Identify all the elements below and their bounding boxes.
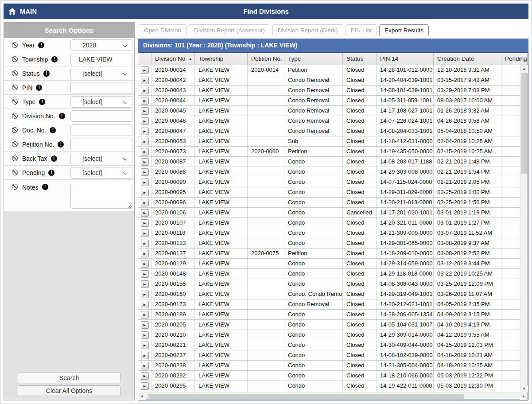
table-row[interactable]: ▶2020-00155LAKE VIEWCondoClosed14-08-308… xyxy=(138,279,520,289)
info-icon[interactable]: ! xyxy=(51,56,58,62)
township-input[interactable] xyxy=(70,54,132,65)
main-nav-link[interactable]: MAIN xyxy=(8,8,37,15)
table-row[interactable]: ▶2020-00237LAKE VIEWCondoClosed14-08-102… xyxy=(138,350,520,361)
expand-row-button[interactable]: ▶ xyxy=(141,158,149,166)
table-row[interactable]: ▶2020-00047LAKE VIEWCondo RemovalClosed1… xyxy=(138,126,520,136)
division-report-assessor-button[interactable]: Division Report (Assessor) xyxy=(189,24,270,36)
petition-no-input[interactable] xyxy=(70,139,132,150)
table-row[interactable]: ▶2020-00090LAKE VIEWCondoClosed14-07-115… xyxy=(138,177,520,187)
expand-row-button[interactable]: ▶ xyxy=(141,352,149,359)
expand-row-button[interactable]: ▶ xyxy=(141,270,149,278)
expand-row-button[interactable]: ▶ xyxy=(141,189,149,196)
table-row[interactable]: ▶2020-00123LAKE VIEWCondoClosed14-29-301… xyxy=(138,238,520,249)
table-row[interactable]: ▶2020-00096LAKE VIEWCondoClosed14-20-211… xyxy=(138,198,520,208)
column-header-pending[interactable]: Pending xyxy=(501,53,528,65)
info-icon[interactable]: ! xyxy=(43,70,50,77)
expand-row-button[interactable]: ▶ xyxy=(141,260,149,268)
info-icon[interactable]: ! xyxy=(42,184,48,190)
table-row[interactable]: ▶2020-00238LAKE VIEWCondoClosed14-21-305… xyxy=(138,361,520,371)
column-header-creation-date[interactable]: Creation Date xyxy=(434,53,501,65)
expand-row-button[interactable]: ▶ xyxy=(141,240,149,247)
no-entry-icon[interactable] xyxy=(12,42,18,48)
scroll-up-icon[interactable]: ▲ xyxy=(520,65,528,73)
table-row[interactable]: ▶2020-00045LAKE VIEWCondo RemovalClosed1… xyxy=(138,106,520,116)
column-header-pin-14[interactable]: PIN 14 xyxy=(377,53,434,65)
scroll-left-icon[interactable]: ◄ xyxy=(138,392,146,400)
horizontal-scrollbar[interactable]: ◄ ► xyxy=(138,392,528,400)
expand-row-button[interactable]: ▶ xyxy=(141,291,149,298)
table-row[interactable]: ▶2020-00053LAKE VIEWSubClosed14-18-412-0… xyxy=(138,136,520,147)
vertical-scrollbar-thumb[interactable] xyxy=(521,73,527,174)
table-row[interactable]: ▶2020-00173LAKE VIEWCondo RemovalClosed1… xyxy=(138,299,520,310)
table-row[interactable]: ▶2020-00087LAKE VIEWCondoClosed14-08-203… xyxy=(138,157,520,167)
info-icon[interactable]: ! xyxy=(51,155,57,162)
expand-row-button[interactable]: ▶ xyxy=(141,311,149,319)
expand-row-button[interactable]: ▶ xyxy=(141,107,149,115)
info-icon[interactable]: ! xyxy=(39,99,45,105)
info-icon[interactable]: ! xyxy=(58,141,64,148)
no-entry-icon[interactable] xyxy=(12,141,18,147)
expand-row-button[interactable]: ▶ xyxy=(141,280,149,288)
no-entry-icon[interactable] xyxy=(12,170,18,175)
info-icon[interactable]: ! xyxy=(48,170,54,176)
expand-row-button[interactable]: ▶ xyxy=(141,219,149,227)
pin-input[interactable] xyxy=(70,82,132,93)
pin-list-button[interactable]: PIN List xyxy=(346,24,377,36)
expand-row-button[interactable]: ▶ xyxy=(141,250,149,257)
column-header-division-no[interactable]: Division No▲ xyxy=(151,53,195,65)
table-row[interactable]: ▶2020-00292LAKE VIEWCondoClosed14-18-210… xyxy=(138,371,520,381)
year-select[interactable]: 2020 xyxy=(70,39,132,51)
expand-row-button[interactable]: ▶ xyxy=(141,229,149,237)
expand-row-button[interactable]: ▶ xyxy=(141,209,149,217)
scroll-down-icon[interactable]: ▼ xyxy=(520,385,528,392)
no-entry-icon[interactable] xyxy=(12,113,18,119)
no-entry-icon[interactable] xyxy=(12,70,18,76)
table-row[interactable]: ▶2020-00118LAKE VIEWCondoClosed14-21-309… xyxy=(138,228,520,238)
no-entry-icon[interactable] xyxy=(12,85,18,90)
doc-no-input[interactable] xyxy=(70,124,132,136)
expand-row-button[interactable]: ▶ xyxy=(141,148,149,155)
expand-row-button[interactable]: ▶ xyxy=(141,331,149,339)
table-row[interactable]: ▶2020-00221LAKE VIEWCondoClosed14-30-409… xyxy=(138,340,520,350)
table-row[interactable]: ▶2020-00044LAKE VIEWCondo RemovalClosed1… xyxy=(138,96,520,106)
expand-row-button[interactable]: ▶ xyxy=(141,128,149,135)
info-icon[interactable]: ! xyxy=(38,42,44,48)
type-select[interactable]: [select] xyxy=(70,96,132,108)
notes-textarea[interactable] xyxy=(70,184,132,209)
status-select[interactable]: [select] xyxy=(70,68,132,79)
table-row[interactable]: ▶2020-00295LAKE VIEWCondoClosed14-19-422… xyxy=(138,381,520,391)
table-row[interactable]: ▶2020-00043LAKE VIEWCondo RemovalClosed1… xyxy=(138,85,520,96)
expand-row-button[interactable]: ▶ xyxy=(141,321,149,329)
expand-row-button[interactable]: ▶ xyxy=(141,362,149,369)
back-tax-select[interactable]: [select] xyxy=(70,153,132,164)
column-header-township[interactable]: Township xyxy=(195,53,248,65)
open-division-button[interactable]: Open Division xyxy=(139,24,186,36)
table-row[interactable]: ▶2020-00042LAKE VIEWCondo RemovalClosed1… xyxy=(138,75,520,85)
clear-all-options-button[interactable]: Clear All Options xyxy=(18,385,120,396)
info-icon[interactable]: ! xyxy=(59,113,65,119)
table-row[interactable]: ▶2020-00046LAKE VIEWCondo RemovalClosed1… xyxy=(138,116,520,126)
table-row[interactable]: ▶2020-00107LAKE VIEWCondoClosed14-20-321… xyxy=(138,218,520,228)
table-row[interactable]: ▶2020-00095LAKE VIEWCondoClosed14-29-311… xyxy=(138,187,520,198)
scroll-right-icon[interactable]: ► xyxy=(520,392,528,400)
table-row[interactable]: ▶2020-00088LAKE VIEWCondoClosed14-29-303… xyxy=(138,167,520,177)
pending-select[interactable]: [select] xyxy=(70,167,132,179)
expand-row-button[interactable]: ▶ xyxy=(141,168,149,176)
expand-row-button[interactable]: ▶ xyxy=(141,179,149,186)
no-entry-icon[interactable] xyxy=(12,184,18,190)
no-entry-icon[interactable] xyxy=(12,155,18,161)
info-icon[interactable]: ! xyxy=(36,85,42,91)
search-button[interactable]: Search xyxy=(18,373,120,383)
vertical-scrollbar[interactable]: ▲ ▼ xyxy=(520,65,528,392)
division-no-input[interactable] xyxy=(70,110,132,122)
division-report-clerk-button[interactable]: Division Report (Clerk) xyxy=(272,24,343,36)
expand-row-button[interactable]: ▶ xyxy=(141,77,149,84)
table-row[interactable]: ▶2020-00189LAKE VIEWCondoClosed14-28-206… xyxy=(138,310,520,320)
table-row[interactable]: ▶2020-00073LAKE VIEW2020-0060PetitionClo… xyxy=(138,147,520,157)
table-row[interactable]: ▶2020-00160LAKE VIEWCondo, Condo Removal… xyxy=(138,289,520,299)
table-row[interactable]: ▶2020-00129LAKE VIEWCondoClosed14-29-314… xyxy=(138,259,520,269)
expand-row-button[interactable]: ▶ xyxy=(141,97,149,105)
expand-row-button[interactable]: ▶ xyxy=(141,117,149,125)
column-header-type[interactable]: Type xyxy=(284,53,343,65)
horizontal-scrollbar-thumb[interactable] xyxy=(148,394,464,399)
